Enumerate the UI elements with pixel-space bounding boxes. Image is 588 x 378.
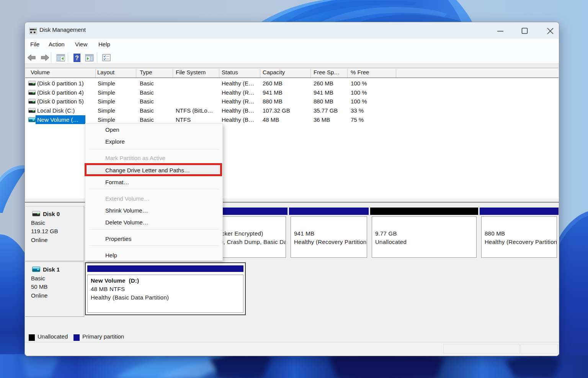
svg-text:?: ? — [75, 55, 79, 61]
